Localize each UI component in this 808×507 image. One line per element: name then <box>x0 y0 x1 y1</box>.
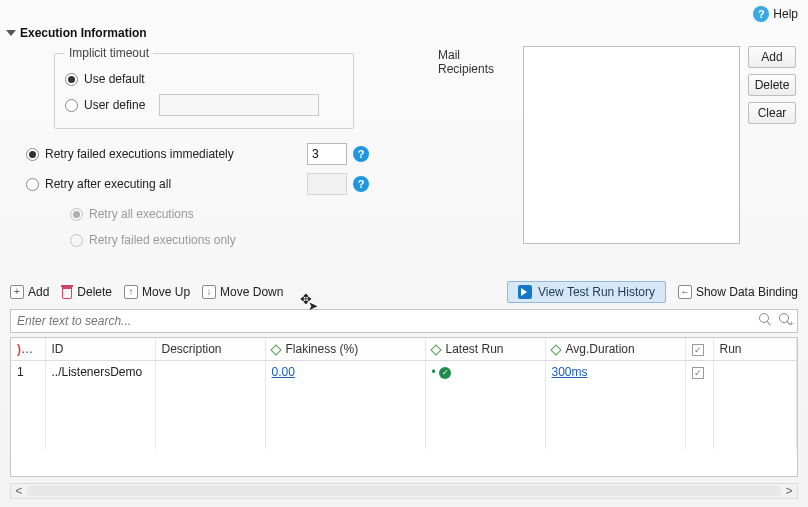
diamond-icon <box>550 344 561 355</box>
label-retry-immediate: Retry failed executions immediately <box>45 147 301 161</box>
user-define-input[interactable] <box>159 94 319 116</box>
col-latest[interactable]: Latest Run <box>446 342 504 356</box>
arrow-down-icon <box>202 285 216 299</box>
show-binding-label: Show Data Binding <box>696 285 798 299</box>
table-row[interactable]: 1 ../ListenersDemo 0.00 • ✓ 300ms <box>11 361 797 384</box>
play-history-icon <box>518 285 532 299</box>
col-run[interactable]: Run <box>713 338 797 361</box>
radio-retry-after-all[interactable] <box>26 178 39 191</box>
cell-id: ../ListenersDemo <box>45 361 155 384</box>
show-data-binding-button[interactable]: Show Data Binding <box>678 285 798 299</box>
drag-handle-icon: ) <box>17 342 21 356</box>
move-down-label: Move Down <box>220 285 283 299</box>
radio-retry-all <box>70 208 83 221</box>
search-icon[interactable] <box>758 312 772 326</box>
test-run-table: )No. ID Description Flakiness (%) Latest… <box>10 337 798 477</box>
help-link[interactable]: ? Help <box>753 6 798 22</box>
arrow-left-icon <box>678 285 692 299</box>
label-retry-after-all: Retry after executing all <box>45 177 301 191</box>
section-header[interactable]: Execution Information <box>0 24 808 42</box>
delete-button[interactable]: Delete <box>61 285 112 299</box>
cell-desc <box>155 361 265 384</box>
implicit-timeout-group: Implicit timeout Use default User define <box>54 46 354 129</box>
implicit-timeout-legend: Implicit timeout <box>65 46 153 60</box>
col-id[interactable]: ID <box>45 338 155 361</box>
diamond-icon <box>270 344 281 355</box>
delete-label: Delete <box>77 285 112 299</box>
view-test-run-history-button[interactable]: View Test Run History <box>507 281 666 303</box>
status-pass-icon: ✓ <box>439 367 451 379</box>
avg-duration-link[interactable]: 300ms <box>552 365 588 379</box>
trash-icon <box>61 285 73 299</box>
section-title: Execution Information <box>20 26 147 40</box>
col-avg[interactable]: Avg.Duration <box>566 342 635 356</box>
info-icon[interactable]: ? <box>353 146 369 162</box>
col-desc[interactable]: Description <box>155 338 265 361</box>
move-up-label: Move Up <box>142 285 190 299</box>
mail-recipients-label: Mail Recipients <box>438 46 515 255</box>
horizontal-scrollbar[interactable]: < > <box>10 483 798 499</box>
table-row <box>11 427 797 449</box>
advanced-search-icon[interactable]: + <box>778 312 792 326</box>
table-header-row: )No. ID Description Flakiness (%) Latest… <box>11 338 797 361</box>
label-user-define: User define <box>84 98 145 112</box>
scroll-track[interactable] <box>27 486 781 496</box>
retry-after-all-input <box>307 173 347 195</box>
mail-recipients-box[interactable] <box>523 46 740 244</box>
collapse-icon <box>6 30 16 36</box>
retry-immediate-input[interactable] <box>307 143 347 165</box>
add-label: Add <box>28 285 49 299</box>
mail-add-button[interactable]: Add <box>748 46 796 68</box>
mail-delete-button[interactable]: Delete <box>748 74 796 96</box>
help-label: Help <box>773 7 798 21</box>
label-retry-all: Retry all executions <box>89 207 194 221</box>
label-retry-failed-only: Retry failed executions only <box>89 233 236 247</box>
radio-user-define[interactable] <box>65 99 78 112</box>
help-icon: ? <box>753 6 769 22</box>
mail-clear-button[interactable]: Clear <box>748 102 796 124</box>
diamond-icon <box>430 344 441 355</box>
radio-retry-immediate[interactable] <box>26 148 39 161</box>
table-row <box>11 405 797 427</box>
move-down-button[interactable]: Move Down <box>202 285 283 299</box>
label-use-default: Use default <box>84 72 145 86</box>
search-input[interactable] <box>10 309 798 333</box>
run-row-checkbox[interactable] <box>692 367 704 379</box>
radio-retry-failed-only <box>70 234 83 247</box>
table-row <box>11 383 797 405</box>
arrow-up-icon <box>124 285 138 299</box>
run-all-checkbox[interactable] <box>692 344 704 356</box>
info-icon[interactable]: ? <box>353 176 369 192</box>
move-up-button[interactable]: Move Up <box>124 285 190 299</box>
col-flakiness[interactable]: Flakiness (%) <box>286 342 359 356</box>
view-history-label: View Test Run History <box>538 285 655 299</box>
radio-use-default[interactable] <box>65 73 78 86</box>
plus-icon <box>10 285 24 299</box>
scroll-left-icon[interactable]: < <box>13 484 25 498</box>
add-button[interactable]: Add <box>10 285 49 299</box>
scroll-right-icon[interactable]: > <box>783 484 795 498</box>
cell-no: 1 <box>11 361 45 384</box>
flakiness-link[interactable]: 0.00 <box>272 365 295 379</box>
